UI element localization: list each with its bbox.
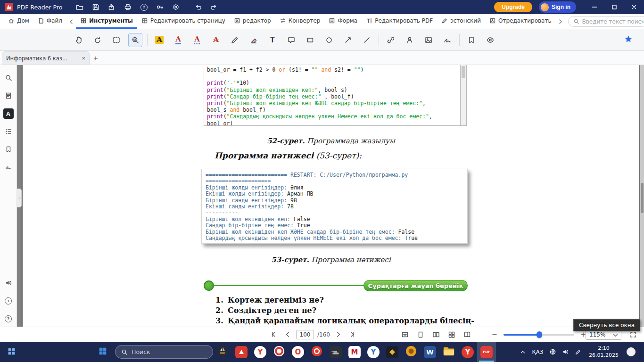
document-tab[interactable]: Информатика 6 каз... × <box>2 51 90 65</box>
book-view-button[interactable] <box>462 329 472 340</box>
arrow-tool-button[interactable] <box>341 33 355 47</box>
taskbar-app-tanks-game[interactable] <box>326 342 345 362</box>
menu-tab-tools[interactable]: Инструменты <box>76 14 137 29</box>
save-button[interactable] <box>89 1 103 13</box>
taskbar-app-word[interactable]: W <box>421 342 439 362</box>
taskbar-search[interactable] <box>115 345 213 359</box>
taskbar-app-ship-game[interactable] <box>213 342 232 362</box>
taskbar-search-input[interactable] <box>132 348 198 355</box>
facing-pages-button[interactable] <box>431 329 441 340</box>
taskbar-app-opera[interactable]: O <box>289 342 307 362</box>
menu-tab-home[interactable]: Дом <box>4 14 33 29</box>
zoom-out-button[interactable] <box>489 329 500 340</box>
taskbar-app-yandex-browser[interactable]: Y <box>251 342 270 362</box>
share-button[interactable] <box>105 1 119 13</box>
single-page-button[interactable] <box>415 329 426 340</box>
show-desktop-button[interactable] <box>640 342 642 362</box>
sidebar-outline-button[interactable] <box>1 123 16 140</box>
start-button[interactable] <box>0 342 23 362</box>
language-indicator[interactable]: ҚАЗ <box>530 349 545 355</box>
panel-collapse-handle[interactable]: ‹ <box>17 189 22 207</box>
sidebar-signature-button[interactable] <box>1 159 16 175</box>
page-number-input[interactable] <box>296 330 314 339</box>
tray-expand-button[interactable] <box>517 343 528 362</box>
menu-tab-redact[interactable]: Отредактировать <box>485 14 556 29</box>
sidebar-search-button[interactable] <box>1 70 16 86</box>
taskbar-clock[interactable]: 2:10 26.01.2025 <box>585 345 622 359</box>
menu-tab-file[interactable]: Файл <box>33 14 66 29</box>
pen-tool-button[interactable] <box>228 33 242 47</box>
squiggly-underline-tool-button[interactable]: A <box>190 33 204 47</box>
hand-tool-button[interactable] <box>72 33 86 47</box>
menu-tab-edit-pdf[interactable]: Редактировать PDF <box>362 14 437 29</box>
signature-tool-button[interactable] <box>440 33 454 47</box>
sidebar-edit-button[interactable]: A <box>1 106 16 122</box>
sidebar-help-button[interactable]: ? <box>1 311 16 327</box>
new-tab-button[interactable]: + <box>90 52 102 65</box>
rectangle-tool-button[interactable] <box>303 33 317 47</box>
menu-tab-editor[interactable]: редактор <box>230 14 275 29</box>
stamp-tool-button[interactable] <box>403 33 417 47</box>
strikethrough-tool-button[interactable]: A <box>209 33 223 47</box>
rotate-tool-button[interactable] <box>91 33 105 47</box>
image-tool-button[interactable] <box>421 33 436 47</box>
open-file-button[interactable] <box>73 1 87 13</box>
search-input[interactable] <box>582 18 644 25</box>
notification-button[interactable]: 1 <box>627 347 636 356</box>
taskbar-app-m[interactable]: М <box>345 342 364 362</box>
upgrade-button[interactable]: Upgrade <box>494 2 532 12</box>
settings-button[interactable] <box>169 1 183 13</box>
bookmark-button[interactable] <box>464 33 479 47</box>
undo-button[interactable] <box>191 1 206 13</box>
menu-tab-estonian[interactable]: эстонский <box>437 14 485 29</box>
taskbar-app-red-dot[interactable] <box>307 342 326 362</box>
ellipse-tool-button[interactable] <box>322 33 336 47</box>
taskbar-app-opera-ring[interactable] <box>270 342 289 362</box>
taskbar-app-gold-game[interactable] <box>383 342 402 362</box>
favorites-star-button[interactable] <box>621 33 636 47</box>
redo-button[interactable] <box>206 1 221 13</box>
taskbar-app-amber-game[interactable] <box>402 342 421 362</box>
maximize-button[interactable] <box>604 0 624 14</box>
taskbar-app-red[interactable] <box>232 342 251 362</box>
zoom-slider-handle[interactable] <box>537 331 542 338</box>
next-page-button[interactable] <box>333 329 344 340</box>
comment-tool-button[interactable] <box>284 33 298 47</box>
select-tool-button[interactable] <box>109 33 124 47</box>
minimize-button[interactable] <box>585 0 604 14</box>
sidebar-info-button[interactable]: i <box>1 293 16 309</box>
document-scrollbar[interactable] <box>640 65 644 327</box>
eraser-tool-button[interactable] <box>247 33 261 47</box>
sidebar-speaker-button[interactable] <box>1 275 16 291</box>
menu-scroll-right[interactable] <box>556 14 565 29</box>
taskbar-app-explorer[interactable] <box>439 342 458 362</box>
password-button[interactable] <box>153 1 167 13</box>
volume-button[interactable] <box>560 343 571 362</box>
first-page-button[interactable] <box>269 329 279 340</box>
sidebar-thumbnails-button[interactable] <box>1 88 16 104</box>
sidebar-bookmarks-button[interactable] <box>1 141 16 157</box>
taskbar-app-yandex2[interactable]: Y <box>458 342 477 362</box>
link-tool-button[interactable] <box>384 33 398 47</box>
signin-button[interactable]: Sign in <box>539 1 576 13</box>
network-button[interactable] <box>547 343 558 362</box>
pen-button[interactable] <box>572 343 584 362</box>
menu-tab-edit-page[interactable]: Редактировать страницу <box>137 14 230 29</box>
zoom-slider[interactable] <box>504 334 574 336</box>
underline-tool-button[interactable]: A <box>171 33 185 47</box>
grid-view-button[interactable] <box>446 329 457 340</box>
zoom-area-tool-button[interactable] <box>128 33 142 47</box>
menu-tab-converter[interactable]: Конвертер <box>275 14 325 29</box>
help-button[interactable]: ? <box>137 1 151 13</box>
prev-page-button[interactable] <box>282 329 293 340</box>
taskbar-app-y-blue[interactable]: Y <box>364 342 383 362</box>
taskbar-app-pdf-reader[interactable]: PDF <box>477 342 496 362</box>
tab-close-button[interactable]: × <box>82 55 85 61</box>
line-tool-button[interactable] <box>360 33 374 47</box>
pinned-apps-button[interactable] <box>93 342 112 362</box>
document-scrollbar-thumb[interactable] <box>641 183 644 213</box>
menu-tab-form[interactable]: Форма <box>324 14 362 29</box>
last-page-button[interactable] <box>347 329 357 340</box>
menu-scroll-left[interactable] <box>66 14 76 29</box>
fit-page-button[interactable] <box>400 329 410 340</box>
